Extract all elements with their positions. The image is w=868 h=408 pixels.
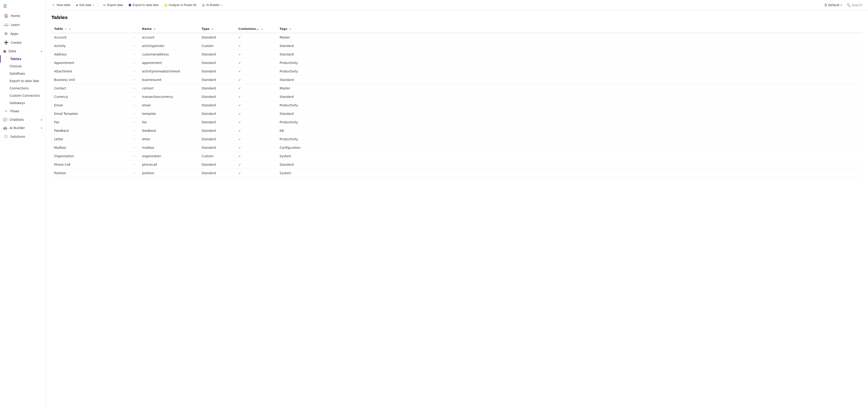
sidebar-item-label: Solutions — [10, 135, 25, 138]
col-header-name[interactable]: Name ∨ — [139, 25, 199, 33]
cell-table-name[interactable]: Email Template — [51, 109, 129, 118]
cell-table-name[interactable]: Attachment — [51, 67, 129, 76]
table-row: Business Unit ··· businessunit Standard … — [51, 76, 863, 84]
table-row: Activity ··· activitypointer Custom ✓ St… — [51, 42, 863, 50]
cell-customizable: ✓ — [236, 50, 277, 59]
sidebar-item-flows[interactable]: ⤷ Flows — [0, 106, 45, 116]
cell-dots-menu[interactable]: ··· — [129, 127, 139, 135]
sidebar-item-label: Home — [11, 14, 20, 18]
sidebar-sub-tables[interactable]: Tables — [0, 55, 45, 63]
sidebar-item-solutions[interactable]: ⬡ Solutions — [0, 132, 45, 141]
cell-dots-menu[interactable]: ··· — [129, 76, 139, 84]
cell-table-name[interactable]: Fax — [51, 118, 129, 127]
col-header-dots — [129, 25, 139, 33]
cell-type: Standard — [199, 101, 236, 109]
default-chevron: ∨ — [840, 4, 842, 6]
cell-dots-menu[interactable]: ··· — [129, 101, 139, 109]
cell-table-name[interactable]: Position — [51, 169, 129, 178]
col-header-tags[interactable]: Tags ∨ — [277, 25, 863, 33]
cell-type: Standard — [199, 135, 236, 144]
tags-sort[interactable]: ∨ — [289, 28, 291, 30]
table-sort-desc[interactable]: ∨ — [69, 28, 71, 30]
search-button[interactable]: 🔍 Search — [845, 2, 864, 8]
sidebar-sub-export-lake[interactable]: Export to data lake — [0, 77, 45, 85]
cell-name: account — [139, 33, 199, 42]
ai-builder-button[interactable]: ◎ AI Builder ∨ — [199, 2, 225, 8]
custom-sort[interactable]: ∨ — [261, 28, 263, 30]
cell-dots-menu[interactable]: ··· — [129, 50, 139, 59]
cell-dots-menu[interactable]: ··· — [129, 144, 139, 152]
name-sort[interactable]: ∨ — [154, 28, 155, 30]
cell-table-name[interactable]: Appointment — [51, 59, 129, 67]
cell-customizable: ✓ — [236, 42, 277, 50]
col-header-table[interactable]: Table ↑ ∨ — [51, 25, 129, 33]
toolbar-divider-1 — [98, 2, 99, 7]
table-row: Position ··· position Standard ✓ System — [51, 169, 863, 178]
sidebar-item-chatbots[interactable]: 💬 Chatbots ∨ — [0, 116, 45, 124]
cell-name: phonecall — [139, 160, 199, 169]
table-row: Letter ··· letter Standard ✓ Productivit… — [51, 135, 863, 144]
cell-name: appointment — [139, 59, 199, 67]
export-data-icon: ↪ — [103, 3, 106, 7]
table-row: Currency ··· transactioncurrency Standar… — [51, 93, 863, 101]
default-button[interactable]: ☰ Default ∨ — [823, 2, 844, 8]
table-sort-asc[interactable]: ↑ — [65, 28, 67, 30]
cell-dots-menu[interactable]: ··· — [129, 42, 139, 50]
new-table-button[interactable]: ＋ New table — [50, 1, 73, 8]
cell-dots-menu[interactable]: ··· — [129, 67, 139, 76]
cell-dots-menu[interactable]: ··· — [129, 135, 139, 144]
cell-dots-menu[interactable]: ··· — [129, 59, 139, 67]
cell-table-name[interactable]: Account — [51, 33, 129, 42]
search-icon: 🔍 — [847, 3, 850, 7]
sidebar-item-label: Apps — [10, 32, 18, 35]
cell-type: Standard — [199, 169, 236, 178]
col-header-type[interactable]: Type ∨ — [199, 25, 236, 33]
sidebar-sub-connections[interactable]: Connections — [0, 85, 45, 92]
cell-dots-menu[interactable]: ··· — [129, 118, 139, 127]
sidebar-item-home[interactable]: 🏠 Home — [0, 11, 45, 20]
cell-table-name[interactable]: Activity — [51, 42, 129, 50]
cell-table-name[interactable]: Organization — [51, 152, 129, 160]
export-lake-button[interactable]: ⬟ Export to data lake — [126, 2, 161, 8]
sidebar-section-data[interactable]: ▦ Data ∧ — [0, 47, 45, 55]
cell-table-name[interactable]: Phone Call — [51, 160, 129, 169]
cell-table-name[interactable]: Mailbox — [51, 144, 129, 152]
sidebar-item-ai-builder[interactable]: 🤖 AI Builder ∨ — [0, 124, 45, 132]
sidebar-item-create[interactable]: ➕ Create — [0, 38, 45, 47]
cell-tags: Productivity — [277, 59, 863, 67]
cell-name: position — [139, 169, 199, 178]
cell-dots-menu[interactable]: ··· — [129, 109, 139, 118]
cell-table-name[interactable]: Address — [51, 50, 129, 59]
sidebar-item-learn[interactable]: 📖 Learn — [0, 20, 45, 29]
cell-table-name[interactable]: Feedback — [51, 127, 129, 135]
cell-dots-menu[interactable]: ··· — [129, 33, 139, 42]
cell-dots-menu[interactable]: ··· — [129, 84, 139, 93]
col-header-customization[interactable]: Customiza... ∨ — [236, 25, 277, 33]
export-data-button[interactable]: ↪ Export data — [100, 2, 125, 8]
sidebar-sub-choices[interactable]: Choices — [0, 63, 45, 70]
table-row: Email ··· email Standard ✓ Productivity — [51, 101, 863, 109]
sidebar-sub-gateways[interactable]: Gateways — [0, 99, 45, 106]
type-sort[interactable]: ∨ — [211, 28, 213, 30]
sidebar-item-label: Create — [11, 41, 22, 44]
cell-dots-menu[interactable]: ··· — [129, 169, 139, 178]
cell-customizable: ✓ — [236, 76, 277, 84]
sidebar-sub-custom-connectors[interactable]: Custom Connectors — [0, 92, 45, 99]
cell-name: transactioncurrency — [139, 93, 199, 101]
get-data-button[interactable]: ● Get data ∨ — [73, 2, 97, 8]
cell-customizable: ✓ — [236, 127, 277, 135]
cell-customizable: ✓ — [236, 135, 277, 144]
cell-table-name[interactable]: Currency — [51, 93, 129, 101]
cell-dots-menu[interactable]: ··· — [129, 152, 139, 160]
cell-table-name[interactable]: Email — [51, 101, 129, 109]
ai-icon: ◎ — [202, 3, 205, 7]
cell-table-name[interactable]: Letter — [51, 135, 129, 144]
sidebar-sub-dataflows[interactable]: Dataflows — [0, 70, 45, 77]
hamburger-menu[interactable]: ☰ — [0, 1, 45, 11]
cell-table-name[interactable]: Contact — [51, 84, 129, 93]
sidebar-item-apps[interactable]: ⊞ Apps — [0, 29, 45, 38]
cell-dots-menu[interactable]: ··· — [129, 160, 139, 169]
cell-table-name[interactable]: Business Unit — [51, 76, 129, 84]
cell-dots-menu[interactable]: ··· — [129, 93, 139, 101]
analyze-powerbi-button[interactable]: ▦ Analyze in Power BI — [162, 2, 199, 8]
